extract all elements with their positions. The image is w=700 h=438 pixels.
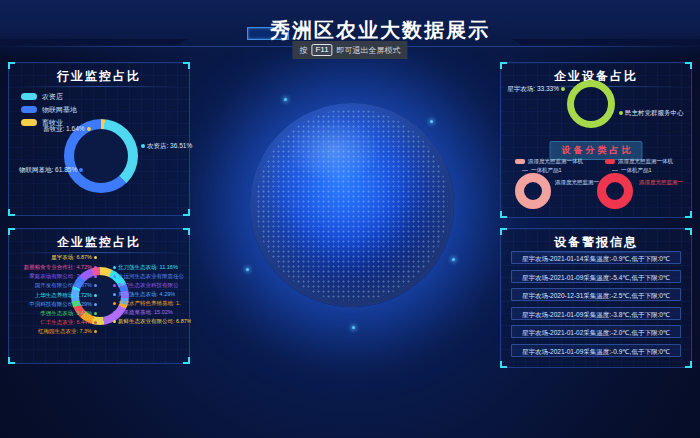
panel-title: 设备警报信息 (501, 229, 691, 251)
legend-label: 一体机产品1 (621, 167, 652, 174)
chart-label: 北刀荡生态农场: 11.16% (113, 264, 178, 270)
chart-label: 新鲜生态农业有限公司: 6.87% (113, 318, 191, 324)
chart-label-text: 畜牧业: 1.64% (43, 125, 85, 132)
corner-decoration (183, 228, 190, 235)
chart-label: 上华生态养殖场: 1.72% (9, 292, 97, 298)
legend-dash (612, 170, 618, 171)
chart-label: 家庭农场有限公司: 7.72% (9, 273, 97, 279)
divider (17, 252, 181, 253)
device-donut-chart[interactable] (567, 80, 615, 128)
label-dot (79, 168, 83, 172)
globe-visualization[interactable] (250, 103, 454, 307)
dashboard: 秀洲区农业大数据展示 按 F11 即可退出全屏模式 行业监控占比 农资店 物联网… (0, 0, 700, 438)
alarm-row: 星宇农场-2021-01-09采集温度:-5.4℃,低于下限:0℃ (511, 270, 681, 283)
alarm-row: 星宇农场-2021-01-09采集温度:-3.8℃,低于下限:0℃ (511, 307, 681, 320)
alarm-row: 星宇农场-2020-12-31采集温度:-2.5℃,低于下限:0℃ (511, 288, 681, 301)
legend-swatch (21, 119, 37, 126)
corner-decoration (685, 361, 692, 368)
network-node (284, 98, 287, 101)
legend: 农资店 物联网基地 畜牧业 (21, 90, 77, 129)
chart-label: 民主村党群服务中心 (617, 109, 684, 118)
fullscreen-tip: 按 F11 即可退出全屏模式 (292, 41, 407, 59)
label-dot (87, 127, 91, 131)
panel-enterprise-ratio: 企业监控占比 星宇农场: 6.87% 新塍粮食专业合作社: 4.72% 家庭农场… (8, 228, 190, 364)
chart-label: 大运河生态农业有限责任公 (113, 273, 184, 279)
corner-decoration (183, 357, 190, 364)
chart-label-iot: 物联网基地: 61.85% (19, 166, 85, 175)
chart-label: 瓜果蔬菜基地: 15.02% (113, 309, 173, 315)
panel-title: 企业监控占比 (9, 229, 189, 251)
panel-alarms: 设备警报信息 星宇农场-2021-01-14采集温度:-0.9℃,低于下限:0℃… (500, 228, 692, 368)
corner-decoration (685, 62, 692, 69)
network-node (352, 326, 355, 329)
chart-label: 红梅园生态农业: 7.3% (9, 328, 97, 334)
alarm-row: 星宇农场-2021-01-14采集温度:-0.9℃,低于下限:0℃ (511, 251, 681, 264)
chart-label-text: 星宇农场: 33.33% (507, 85, 559, 92)
chart-label: 新塍粮食专业合作社: 4.72% (9, 264, 97, 270)
chart-label: 周围荡生态农场: 4.29% (113, 291, 175, 297)
chart-label: 陶门生态农业科技有限公 (113, 282, 179, 288)
legend-item-store[interactable]: 农资店 (21, 90, 77, 103)
corner-decoration (500, 211, 507, 218)
legend-label: 农资店 (42, 92, 63, 102)
chart-label: 中润科技有限公司: 7.29% (9, 301, 97, 307)
network-node (452, 258, 455, 261)
mini-legend-item[interactable]: 温湿度光照监测一体机 (515, 158, 583, 165)
panel-industry-ratio: 行业监控占比 农资店 物联网基地 畜牧业 畜牧业: 1.64% 农资店: 36.… (8, 62, 190, 216)
corner-decoration (8, 209, 15, 216)
corner-decoration (500, 62, 507, 69)
header-decoration-right (512, 39, 700, 45)
panel-title: 行业监控占比 (9, 63, 189, 85)
alarm-row: 星宇农场-2021-01-09采集温度:-0.9℃,低于下限:0℃ (511, 344, 681, 357)
legend-item-iot[interactable]: 物联网基地 (21, 103, 77, 116)
chart-callout: 温湿度光照监测一 (639, 179, 683, 186)
corner-decoration (183, 209, 190, 216)
corner-decoration (500, 228, 507, 235)
mini-legend-item[interactable]: 温湿度光照监测一体机 (605, 158, 673, 165)
chart-label: 国开发有限公司: 6.87% (9, 282, 97, 288)
legend-dash (522, 170, 528, 171)
corner-decoration (8, 228, 15, 235)
legend-swatch (515, 159, 525, 164)
legend-label: 物联网基地 (42, 105, 77, 115)
network-node (246, 268, 249, 271)
panel-device-ratio: 企业设备占比 星宇农场: 33.33% 民主村党群服务中心 设备分类占比 温湿度… (500, 62, 692, 218)
label-dot (141, 144, 145, 148)
legend-label: 温湿度光照监测一体机 (528, 158, 583, 165)
legend-swatch (21, 93, 37, 100)
corner-decoration (8, 62, 15, 69)
f11-key-badge: F11 (311, 44, 332, 56)
tip-suffix: 即可退出全屏模式 (337, 45, 401, 56)
corner-decoration (685, 228, 692, 235)
tip-prefix: 按 (299, 45, 307, 56)
chart-label: 星宇农场: 33.33% (505, 85, 567, 94)
label-dot (619, 111, 623, 115)
legend-swatch (605, 159, 615, 164)
category-donut-left[interactable] (515, 173, 551, 209)
chart-callout: 温湿度光照监测一 (555, 179, 599, 186)
category-donut-right[interactable] (597, 173, 633, 209)
page-title: 秀洲区农业大数据展示 (270, 17, 490, 44)
chart-label: 星宇农场: 6.87% (9, 254, 97, 260)
divider (17, 86, 181, 87)
chart-label-text: 农资店: 36.51% (147, 142, 192, 149)
chart-label: 丰源水产特色养殖基地: 1. (113, 300, 181, 306)
corner-decoration (8, 357, 15, 364)
label-dot (561, 87, 565, 91)
chart-label: 李强生态农场: 3.42% (9, 310, 97, 316)
chart-label-text: 物联网基地: 61.85% (19, 166, 77, 173)
legend-label: 温湿度光照监测一体机 (618, 158, 673, 165)
chart-label: 仁丰生态农业: 6.44% (9, 319, 97, 325)
network-node (430, 120, 433, 123)
header-decoration-left (0, 39, 188, 45)
chart-label-livestock: 畜牧业: 1.64% (43, 125, 93, 134)
corner-decoration (685, 211, 692, 218)
corner-decoration (500, 361, 507, 368)
corner-decoration (183, 62, 190, 69)
alarm-row: 星宇农场-2021-01-02采集温度:-2.0℃,低于下限:0℃ (511, 325, 681, 338)
globe-highlight (287, 117, 381, 182)
legend-swatch (21, 106, 37, 113)
chart-label-text: 民主村党群服务中心 (625, 109, 684, 116)
chart-label-store: 农资店: 36.51% (139, 142, 192, 151)
